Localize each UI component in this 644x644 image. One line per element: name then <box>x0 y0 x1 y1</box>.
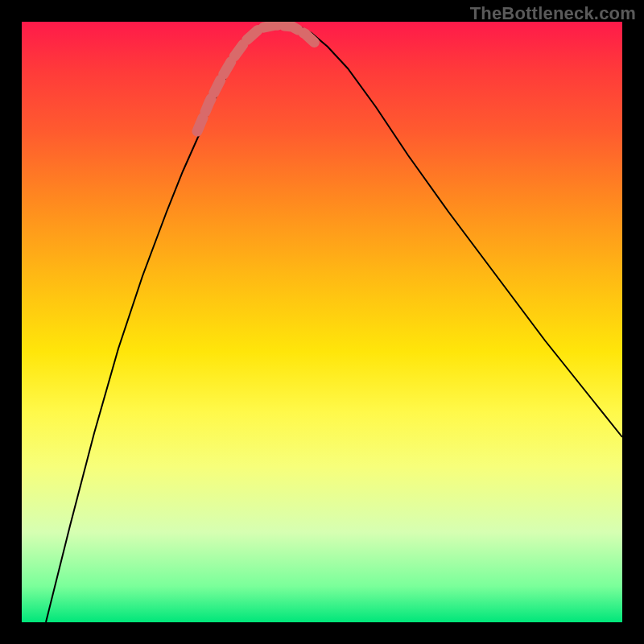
chart-frame: TheBottleneck.com <box>0 0 644 644</box>
plot-area <box>22 22 622 622</box>
curve-svg <box>22 22 622 622</box>
trough-marker <box>197 25 316 131</box>
bottleneck-curve <box>46 25 622 622</box>
